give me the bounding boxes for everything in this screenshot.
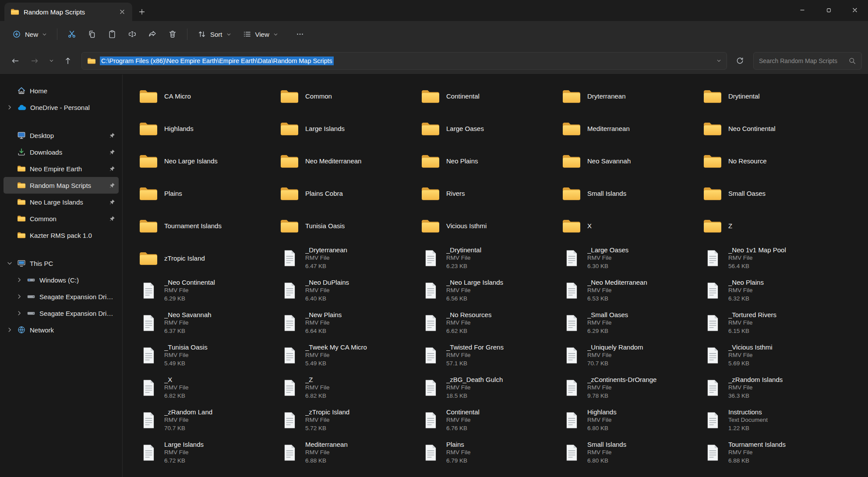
folder-item[interactable]: Mediterranean [558,112,699,145]
file-item[interactable]: _Large OasesRMV File6.30 KB [558,242,699,274]
chevron-right-icon[interactable] [16,311,23,316]
folder-item[interactable]: Rivers [417,177,558,209]
copy-button[interactable] [82,26,102,42]
sidebar-item-seagate-expansion-drive-d[interactable]: Seagate Expansion Drive (D:) [4,288,119,305]
folder-item[interactable]: Common [276,80,417,112]
sidebar-item-neo-empire-earth[interactable]: Neo Empire Earth [4,160,119,177]
more-options-button[interactable] [290,26,310,42]
chevron-right-icon[interactable] [6,327,13,332]
folder-item[interactable]: Drytinental [699,80,840,112]
folder-item[interactable]: Neo Large Islands [135,145,276,177]
forward-button[interactable] [25,53,44,69]
share-button[interactable] [143,26,162,42]
folder-item[interactable]: Large Oases [417,112,558,145]
chevron-down-icon[interactable] [6,261,13,266]
file-item[interactable]: _Twisted For GrensRMV File57.1 KB [417,339,558,371]
tab-close-icon[interactable] [116,6,128,18]
folder-item[interactable]: Z [699,209,840,242]
address-input[interactable]: C:\Program Files (x86)\Neo Empire Earth\… [81,52,727,70]
sidebar-item-windows-c[interactable]: Windows (C:) [4,272,119,288]
sort-button[interactable]: Sort [192,26,236,42]
folder-item[interactable]: Large Islands [276,112,417,145]
file-item[interactable]: _Neo MediterraneanRMV File6.53 KB [558,274,699,307]
chevron-right-icon[interactable] [16,294,23,299]
sidebar-item-home[interactable]: Home [4,82,119,99]
folder-item[interactable]: Highlands [135,112,276,145]
file-item[interactable]: _Vicious IsthmiRMV File5.69 KB [699,339,840,371]
chevron-right-icon[interactable] [16,277,23,283]
close-button[interactable] [842,0,868,20]
folder-item[interactable]: Tournament Islands [135,209,276,242]
minimize-button[interactable] [789,0,815,20]
new-tab-button[interactable] [134,4,150,19]
file-item[interactable]: _Neo DuPlainsRMV File6.40 KB [276,274,417,307]
file-item[interactable]: _Neo PlainsRMV File6.32 KB [699,274,840,307]
recent-locations-button[interactable] [45,53,58,69]
folder-item[interactable]: Neo Savannah [558,145,699,177]
folder-item[interactable]: Continental [417,80,558,112]
sidebar-item-network[interactable]: Network [4,322,119,338]
refresh-button[interactable] [730,53,749,69]
back-button[interactable] [6,53,25,69]
file-item[interactable]: Tournament IslandsRMV File6.88 KB [699,436,840,469]
chevron-right-icon[interactable] [6,105,13,110]
file-item[interactable]: _No ResourcesRMV File6.62 KB [417,307,558,339]
file-item[interactable]: _Neo Large IslandsRMV File6.56 KB [417,274,558,307]
folder-item[interactable]: Neo Mediterranean [276,145,417,177]
folder-item[interactable]: Small Oases [699,177,840,209]
folder-item[interactable]: zTropic Island [135,242,276,274]
file-item[interactable]: _Neo SavannahRMV File6.37 KB [135,307,276,339]
folder-item[interactable]: Neo Continental [699,112,840,145]
sidebar-item-common[interactable]: Common [4,210,119,227]
sidebar-item-desktop[interactable]: Desktop [4,127,119,144]
sidebar-item-seagate-expansion-drive-d[interactable]: Seagate Expansion Drive (D:) [4,305,119,322]
folder-item[interactable]: Plains [135,177,276,209]
file-item[interactable]: _Tunisia OasisRMV File5.49 KB [135,339,276,371]
file-item[interactable]: _Tortured RiversRMV File6.15 KB [699,307,840,339]
folder-item[interactable]: No Resource [699,145,840,177]
file-item[interactable]: _Uniquely RandomRMV File70.7 KB [558,339,699,371]
sidebar-item-random-map-scripts[interactable]: Random Map Scripts [4,177,119,194]
view-button[interactable]: View [237,26,283,42]
tab-random-map-scripts[interactable]: Random Map Scripts [4,3,132,21]
cut-button[interactable] [62,26,81,42]
rename-button[interactable] [123,26,142,42]
file-item[interactable]: _zContinents-DrOrangeRMV File9.78 KB [558,371,699,404]
file-item[interactable]: _ZRMV File6.82 KB [276,371,417,404]
file-item[interactable]: _Small OasesRMV File6.29 KB [558,307,699,339]
folder-item[interactable]: Small Islands [558,177,699,209]
sidebar-item-downloads[interactable]: Downloads [4,144,119,160]
file-item[interactable]: MediterraneanRMV File6.88 KB [276,436,417,469]
file-item[interactable]: _zBG_Death GulchRMV File18.5 KB [417,371,558,404]
sidebar-item-neo-large-islands[interactable]: Neo Large Islands [4,194,119,210]
folder-item[interactable]: Vicious Isthmi [417,209,558,242]
file-item[interactable]: InstructionsText Document1.22 KB [699,404,840,436]
file-item[interactable]: _New PlainsRMV File6.64 KB [276,307,417,339]
sidebar-item-this-pc[interactable]: This PC [4,255,119,272]
delete-button[interactable] [163,26,182,42]
maximize-button[interactable] [815,0,842,20]
folder-item[interactable]: CA Micro [135,80,276,112]
folder-item[interactable]: Neo Plains [417,145,558,177]
up-button[interactable] [59,53,77,69]
file-item[interactable]: _DrytinentalRMV File6.23 KB [417,242,558,274]
sidebar-item-kazter-rms-pack-1-0[interactable]: Kazter RMS pack 1.0 [4,227,119,244]
paste-button[interactable] [102,26,122,42]
file-item[interactable]: _Neo ContinentalRMV File6.29 KB [135,274,276,307]
folder-item[interactable]: Tunisia Oasis [276,209,417,242]
file-item[interactable]: _XRMV File6.82 KB [135,371,276,404]
file-item[interactable]: _Neo 1v1 Map PoolRMV File56.4 KB [699,242,840,274]
file-item[interactable]: Small IslandsRMV File6.80 KB [558,436,699,469]
file-item[interactable]: _DryterraneanRMV File6.47 KB [276,242,417,274]
file-item[interactable]: ContinentalRMV File6.76 KB [417,404,558,436]
file-item[interactable]: _zTropic IslandRMV File5.72 KB [276,404,417,436]
file-item[interactable]: PlainsRMV File6.79 KB [417,436,558,469]
file-item[interactable]: Large IslandsRMV File6.72 KB [135,436,276,469]
file-item[interactable]: HighlandsRMV File6.80 KB [558,404,699,436]
sidebar-item-onedrive-personal[interactable]: OneDrive - Personal [4,99,119,116]
new-button[interactable]: New [7,26,52,42]
file-item[interactable]: _zRandom LandRMV File70.7 KB [135,404,276,436]
folder-item[interactable]: Dryterranean [558,80,699,112]
search-input[interactable]: Search Random Map Scripts [753,52,862,70]
file-item[interactable]: _zRandom IslandsRMV File36.3 KB [699,371,840,404]
